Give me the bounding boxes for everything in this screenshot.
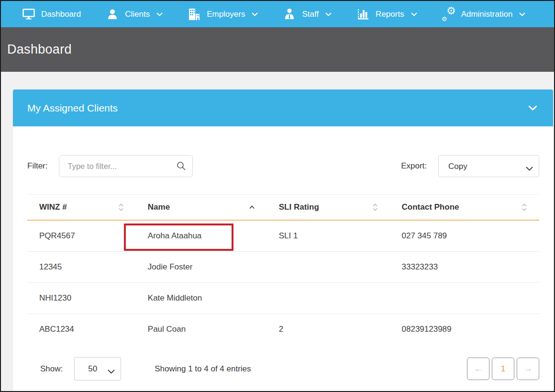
table-footer: Show: 50 Showing 1 to 4 of 4 entries ← 1	[27, 357, 539, 381]
cell-contact-phone: 33323233	[390, 252, 539, 283]
export-label: Export:	[401, 161, 427, 171]
pagination-page-1-button[interactable]: 1	[492, 358, 514, 380]
filter-box	[59, 155, 193, 177]
cell-winz: ABC1234	[27, 314, 136, 345]
app-window: Dashboard Clients	[0, 0, 555, 392]
table-controls-row: Filter: Export:	[27, 155, 539, 177]
nav-item-administration[interactable]: ⚙⚙ Administration	[430, 1, 538, 27]
nav-item-label: Reports	[376, 10, 404, 19]
page-title: Dashboard	[7, 42, 72, 57]
nav-item-label: Staff	[302, 10, 319, 19]
building-icon	[188, 8, 201, 21]
sort-asc-icon	[249, 205, 255, 210]
chevron-down-icon	[156, 12, 163, 16]
panel-title: My Assigned Clients	[27, 102, 528, 114]
cell-name: Paul Coan	[136, 314, 267, 345]
nav-item-dashboard[interactable]: Dashboard	[10, 1, 93, 27]
cell-winz: NHI1230	[27, 283, 136, 314]
bar-chart-icon	[356, 8, 370, 21]
person-icon	[106, 8, 119, 21]
show-label: Show:	[40, 364, 63, 374]
my-assigned-clients-panel: My Assigned Clients Filter:	[13, 90, 553, 391]
filter-input[interactable]	[59, 155, 193, 177]
filter-label: Filter:	[27, 161, 48, 171]
column-header-contact-phone[interactable]: Contact Phone	[390, 195, 539, 221]
panel-header[interactable]: My Assigned Clients	[13, 90, 553, 126]
cell-name: Jodie Foster	[136, 252, 267, 283]
nav-item-label: Clients	[125, 10, 150, 19]
nav-item-label: Administration	[461, 10, 513, 19]
sort-both-icon	[372, 203, 378, 212]
column-header-sli-rating[interactable]: SLI Rating	[267, 195, 390, 221]
panel-body: Filter: Export:	[13, 155, 553, 381]
nav-item-label: Dashboard	[41, 10, 81, 19]
chevron-down-icon	[411, 12, 417, 16]
cell-winz: PQR4567	[27, 220, 136, 252]
pagination: ← 1 →	[467, 358, 539, 380]
sort-both-icon	[522, 203, 527, 212]
chevron-down-icon	[325, 12, 332, 16]
column-header-winz[interactable]: WINZ #	[27, 195, 136, 221]
collapse-chevron-icon[interactable]	[528, 104, 537, 112]
chevron-down-icon	[252, 12, 258, 16]
filter-group: Filter:	[27, 155, 193, 177]
table-header-row: WINZ # Name	[27, 195, 539, 221]
cell-name: Aroha Ataahua	[136, 220, 267, 252]
monitor-icon	[22, 8, 35, 21]
table-row[interactable]: PQR4567 Aroha Ataahua SLI 1 027 345 789	[27, 220, 539, 252]
table-row[interactable]: NHI1230 Kate Middleton	[27, 283, 539, 314]
staff-person-icon	[283, 8, 296, 21]
table-row[interactable]: ABC1234 Paul Coan 2 08239123989	[27, 314, 539, 345]
entries-summary: Showing 1 to 4 of 4 entries	[155, 364, 251, 374]
page-header: Dashboard	[1, 27, 554, 72]
chevron-down-icon	[519, 12, 525, 16]
cell-contact-phone: 08239123989	[390, 314, 539, 345]
table-row[interactable]: 12345 Jodie Foster 33323233	[27, 252, 539, 283]
content-area: My Assigned Clients Filter:	[1, 90, 554, 392]
page-size-select-wrap: 50	[74, 357, 121, 381]
pagination-next-button[interactable]: →	[517, 358, 539, 380]
nav-item-staff[interactable]: Staff	[270, 1, 344, 27]
export-group: Export: Copy	[401, 155, 539, 177]
export-select[interactable]: Copy	[438, 155, 539, 177]
sort-both-icon	[118, 203, 124, 212]
column-header-name[interactable]: Name	[136, 195, 267, 221]
cell-winz: 12345	[27, 252, 136, 283]
cell-contact-phone: 027 345 789	[390, 220, 539, 252]
nav-item-clients[interactable]: Clients	[93, 1, 175, 27]
clients-table: WINZ # Name	[27, 194, 539, 345]
cell-name: Kate Middleton	[136, 283, 267, 314]
cell-contact-phone	[390, 283, 539, 314]
cell-sli-rating: SLI 1	[267, 220, 390, 252]
gears-icon: ⚙⚙	[442, 8, 455, 21]
nav-item-label: Employers	[207, 10, 245, 19]
nav-item-reports[interactable]: Reports	[344, 1, 430, 27]
export-select-wrap: Copy	[438, 155, 539, 177]
nav-item-employers[interactable]: Employers	[175, 1, 270, 27]
page-size-select[interactable]: 50	[74, 357, 121, 381]
cell-sli-rating	[267, 252, 390, 283]
cell-sli-rating: 2	[267, 314, 390, 345]
top-navigation: Dashboard Clients	[1, 1, 554, 27]
pagination-prev-button[interactable]: ←	[467, 358, 489, 380]
cell-sli-rating	[267, 283, 390, 314]
